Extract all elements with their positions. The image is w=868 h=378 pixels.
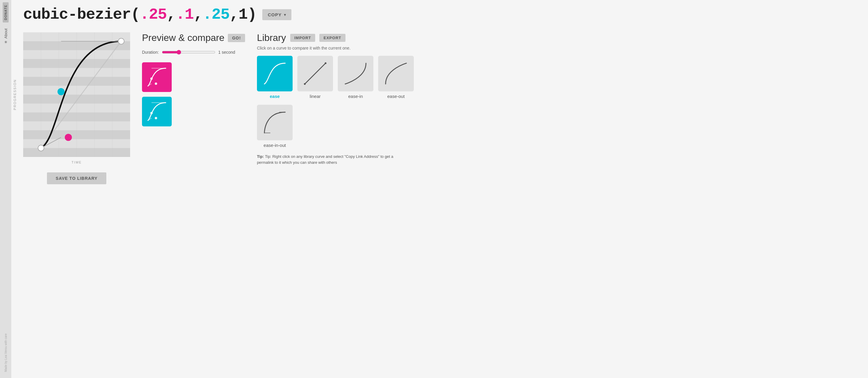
go-button[interactable]: GO! xyxy=(228,34,245,42)
comma2: , xyxy=(194,6,203,24)
comma1: , xyxy=(167,6,176,24)
svg-line-19 xyxy=(305,63,326,84)
preview-curve-pink xyxy=(145,65,169,89)
formula-suffix: ) xyxy=(247,6,256,24)
preview-title: Preview & compare xyxy=(142,32,224,43)
content-row: TIME PROGRESSION SAVE TO LIBRARY Preview… xyxy=(23,32,856,184)
svg-line-8 xyxy=(41,41,121,148)
curve-svg-linear xyxy=(302,60,329,87)
curve-thumb-ease-out xyxy=(378,56,414,91)
import-button[interactable]: IMPORT xyxy=(290,34,315,42)
curve-thumb-linear xyxy=(297,56,333,91)
curve-item-ease-out[interactable]: ease-out xyxy=(378,56,414,99)
curve-thumb-ease xyxy=(257,56,292,91)
svg-point-13 xyxy=(150,77,153,80)
chevron-down-icon: ▾ xyxy=(284,13,286,17)
donate-button[interactable]: DONATE xyxy=(3,2,9,23)
library-title: Library xyxy=(257,32,286,43)
copy-button[interactable]: COPY ▾ xyxy=(262,9,291,20)
save-to-library-button[interactable]: SAVE TO LIBRARY xyxy=(47,172,106,184)
start-handle[interactable] xyxy=(38,145,44,151)
duration-value: 1 second xyxy=(218,50,235,55)
library-header: Library IMPORT EXPORT xyxy=(257,32,856,43)
svg-point-21 xyxy=(304,83,306,85)
curve-svg-ease-in xyxy=(342,60,369,87)
main-content: cubic-bezier(.25,.1,.25,1) COPY ▾ xyxy=(11,0,868,378)
duration-row: Duration: 1 second xyxy=(142,50,245,55)
sidebar: DONATE ✳ About Made by Lea Verou with ca… xyxy=(0,0,11,378)
curve-svg-ease-out xyxy=(382,60,409,87)
tip-content: Tip: Right click on any library curve an… xyxy=(257,154,393,165)
time-label: TIME xyxy=(71,161,82,164)
progression-label: PROGRESSION xyxy=(13,79,17,110)
copy-label: COPY xyxy=(268,12,282,17)
preview-section: Preview & compare GO! Duration: 1 second xyxy=(142,32,245,127)
curve-thumb-ease-in-out xyxy=(257,105,292,140)
comma3: , xyxy=(229,6,239,24)
curve-label-ease-out: ease-out xyxy=(388,94,405,99)
param4: 1 xyxy=(239,6,247,24)
svg-point-17 xyxy=(150,112,153,114)
library-curves-row-2: ease-in-out xyxy=(257,105,856,148)
curve-label-ease-in-out: ease-in-out xyxy=(264,143,286,148)
export-button[interactable]: EXPORT xyxy=(319,34,345,42)
curve-svg-ease xyxy=(261,60,288,87)
formula-prefix: cubic-bezier( xyxy=(23,6,140,24)
svg-point-14 xyxy=(155,82,157,85)
header: cubic-bezier(.25,.1,.25,1) COPY ▾ xyxy=(23,6,856,24)
curve-label-linear: linear xyxy=(310,94,321,99)
param2: .1 xyxy=(176,6,194,24)
about-star: ✳ xyxy=(4,40,8,44)
library-curves-row-1: ease linear xyxy=(257,56,856,99)
svg-point-18 xyxy=(155,117,157,119)
duration-slider[interactable] xyxy=(162,50,215,55)
about-label[interactable]: ✳ About xyxy=(4,29,8,44)
curve-thumb-ease-in xyxy=(338,56,373,91)
curve-svg-ease-in-out xyxy=(261,109,288,136)
preview-curve-cyan xyxy=(145,100,169,124)
curve-item-ease-in[interactable]: ease-in xyxy=(338,56,373,99)
graph-section: TIME PROGRESSION SAVE TO LIBRARY xyxy=(23,32,130,184)
param1: .25 xyxy=(140,6,167,24)
control-point-1[interactable] xyxy=(58,88,65,95)
tip-text: Tip: Tip: Right click on any library cur… xyxy=(257,154,405,165)
preview-header: Preview & compare GO! xyxy=(142,32,245,43)
curve-label-ease: ease xyxy=(270,94,280,99)
param3: .25 xyxy=(203,6,229,24)
curve-item-linear[interactable]: linear xyxy=(297,56,333,99)
duration-label: Duration: xyxy=(142,50,159,55)
end-handle[interactable] xyxy=(118,38,124,44)
library-subtitle: Click on a curve to compare it with the … xyxy=(257,46,856,50)
curve-item-ease[interactable]: ease xyxy=(257,56,292,99)
preview-box-pink xyxy=(142,62,172,92)
bezier-formula: cubic-bezier(.25,.1,.25,1) xyxy=(23,6,256,24)
library-section: Library IMPORT EXPORT Click on a curve t… xyxy=(257,32,856,165)
tip-strong: Tip: xyxy=(257,154,264,159)
curve-item-ease-in-out[interactable]: ease-in-out xyxy=(257,105,292,148)
svg-line-9 xyxy=(41,137,61,148)
svg-point-20 xyxy=(325,62,327,64)
preview-box-cyan xyxy=(142,97,172,127)
curve-label-ease-in: ease-in xyxy=(348,94,363,99)
control-point-2[interactable] xyxy=(65,134,72,141)
credit-label: Made by Lea Verou with care xyxy=(4,334,7,372)
about-text: About xyxy=(4,29,8,39)
bezier-graph-wrapper: TIME PROGRESSION xyxy=(23,32,130,157)
bezier-curve-svg xyxy=(23,32,130,157)
